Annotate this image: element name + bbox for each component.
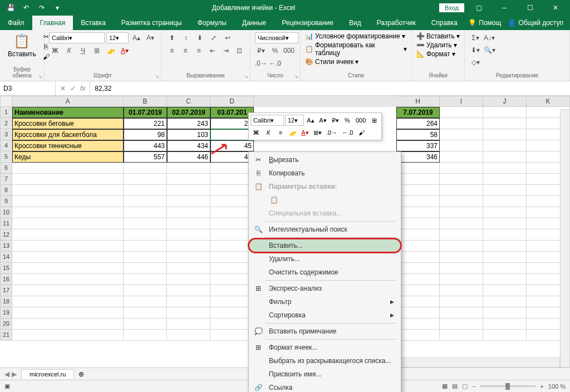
mini-painter-icon[interactable]: 🖌 [356,127,367,138]
mini-border-icon[interactable]: ⊞▾ [312,127,323,138]
cell[interactable] [167,307,210,318]
row-header[interactable]: 4 [0,140,12,151]
cell[interactable] [483,252,527,263]
cell[interactable] [210,263,254,274]
menu-hyperlink[interactable]: 🔗Ссылка [249,381,401,392]
close-icon[interactable]: ✕ [544,0,567,16]
cell[interactable]: Кроссовки теннисные [12,140,124,151]
cell[interactable] [210,318,254,330]
cell[interactable] [12,229,124,241]
cell[interactable] [440,174,483,185]
tab-file[interactable]: Файл [0,16,32,30]
wrap-text-icon[interactable]: ↩ [222,32,234,43]
row-header[interactable]: 5 [0,151,12,163]
mini-fontsize-select[interactable]: 12 ▾ [285,115,304,126]
cell[interactable] [396,174,440,185]
cell[interactable] [167,207,210,218]
menu-cut[interactable]: ✂Вырезать [249,153,401,166]
cell[interactable]: 243 [167,118,210,129]
menu-format-cells[interactable]: ⊞Формат ячеек... [249,341,401,354]
cell[interactable] [210,207,254,218]
menu-delete[interactable]: Удалить... [249,252,401,266]
view-normal-icon[interactable]: ▦ [442,383,448,390]
col-header[interactable]: I [440,96,483,107]
clear-icon[interactable]: ◇▾ [469,57,481,68]
zoom-level[interactable]: 100 % [548,383,566,390]
cell[interactable] [167,174,210,185]
maximize-icon[interactable]: ☐ [519,0,541,16]
zoom-in-icon[interactable]: + [540,383,543,390]
row-header[interactable]: 6 [0,163,12,174]
cell[interactable] [440,140,483,151]
cell[interactable] [396,163,440,174]
cell[interactable] [12,218,124,229]
mini-percent-icon[interactable]: % [342,115,353,126]
menu-clear[interactable]: Очистить содержимое [249,266,401,279]
ribbon-display-icon[interactable]: ▢ [468,0,490,16]
cell[interactable] [396,252,440,263]
cell[interactable] [167,296,210,307]
cell[interactable]: 8 [210,129,254,140]
cell[interactable] [12,196,124,207]
name-box[interactable]: D3 [0,81,56,95]
font-size-select[interactable]: 12 ▾ [106,32,129,43]
cell[interactable] [124,252,167,263]
col-header[interactable]: D [210,96,254,107]
cell[interactable] [396,307,440,318]
cell[interactable] [440,330,483,341]
cell[interactable] [396,229,440,241]
cell[interactable] [483,174,527,185]
cell[interactable]: 264 [396,118,440,129]
cell[interactable] [210,218,254,229]
menu-define-name[interactable]: Присвоить имя... [249,367,401,381]
col-header[interactable]: B [124,96,167,107]
menu-comment[interactable]: 💭Вставить примечание [249,325,401,338]
cell[interactable]: Кроссовки беговые [12,118,124,129]
menu-smart-lookup[interactable]: 🔍Интеллектуальный поиск [249,223,401,236]
cell[interactable] [210,307,254,318]
qat-more-icon[interactable]: ▾ [50,1,65,14]
cell[interactable] [483,229,527,241]
tab-layout[interactable]: Разметка страницы [114,16,190,30]
font-color-icon[interactable]: A▾ [119,45,131,56]
cell[interactable] [167,252,210,263]
redo-icon[interactable]: ↷ [35,1,49,14]
cancel-formula-icon[interactable]: ✕ [60,85,66,92]
tell-me[interactable]: 💡 Помощ [468,19,501,27]
comma-icon[interactable]: 000 [283,45,295,56]
tab-help[interactable]: Справка [424,16,465,30]
cell[interactable] [12,163,124,174]
mini-font-select[interactable]: Calibri ▾ [250,115,284,126]
zoom-slider[interactable] [480,385,535,387]
cell[interactable]: 23 [210,118,254,129]
merge-icon[interactable]: ⊡ [234,45,245,56]
mini-fontcolor-icon[interactable]: A▾ [299,127,311,138]
cell[interactable]: 557 [124,151,167,163]
cells-insert-button[interactable]: ➕ Вставить ▾ [416,32,460,40]
mini-fill-icon[interactable]: ◢▾ [287,127,298,138]
cell[interactable] [12,185,124,196]
sheet-tab[interactable]: microexcel.ru [21,369,74,379]
cell[interactable]: 02.07.2019 [167,107,210,118]
zoom-out-icon[interactable]: − [472,383,475,390]
cell[interactable] [483,263,527,274]
mini-bold-icon[interactable]: Ж [250,127,262,138]
cell[interactable] [210,252,254,263]
cell[interactable] [124,163,167,174]
cell[interactable] [167,229,210,241]
percent-icon[interactable]: % [269,45,281,56]
cell[interactable] [440,252,483,263]
align-left-icon[interactable]: ≡ [166,45,178,56]
cell[interactable] [124,263,167,274]
decrease-decimal-icon[interactable]: ←.0 [269,58,281,69]
cell[interactable] [483,118,527,129]
cell[interactable]: 443 [124,140,167,151]
col-header[interactable]: A [12,96,124,107]
cell[interactable] [12,252,124,263]
col-header[interactable]: H [396,96,440,107]
tab-view[interactable]: Вид [341,16,369,30]
fill-icon[interactable]: ⬇▾ [469,45,481,56]
cell[interactable] [483,151,527,163]
cell[interactable] [483,241,527,252]
minimize-icon[interactable]: ─ [493,0,515,16]
